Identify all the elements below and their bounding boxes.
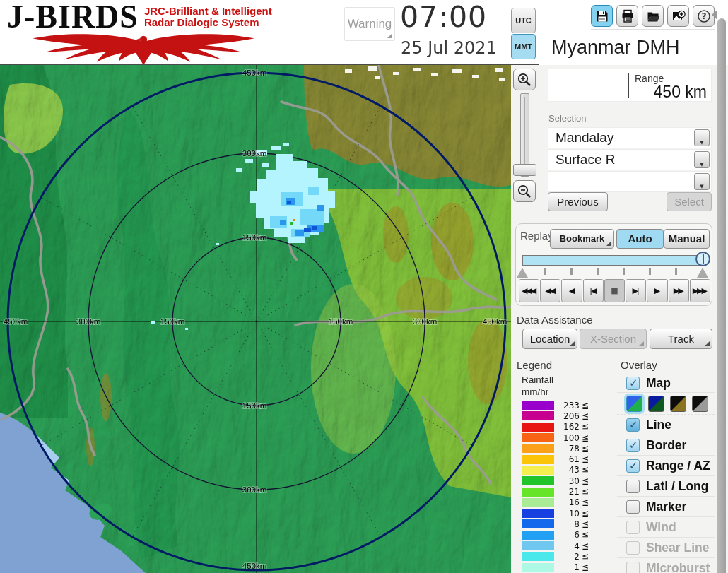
panel-collapse-arrow-icon[interactable] <box>712 10 717 20</box>
svg-text:300km: 300km <box>242 485 267 494</box>
bookmark-button[interactable]: Bookmark <box>550 229 614 249</box>
option-dropdown[interactable] <box>548 171 712 192</box>
legend-swatch <box>522 552 554 561</box>
fast-forward-button[interactable]: ▶▶ <box>669 279 689 302</box>
play-button[interactable]: ▶ <box>647 279 667 302</box>
location-button[interactable]: Location <box>522 329 577 349</box>
print-button[interactable] <box>616 5 638 27</box>
wind-checkbox-label: Wind <box>646 520 676 535</box>
clock-time: 07:00 <box>400 0 487 34</box>
zoom-slider-handle[interactable] <box>513 164 536 176</box>
timeline-tick <box>675 268 677 275</box>
microburst-checkbox <box>626 562 640 573</box>
overlay-row-marker: Marker <box>617 497 715 517</box>
rewind-button[interactable]: ◀ <box>561 279 582 302</box>
select-button[interactable]: Select <box>667 192 712 211</box>
line-checkbox[interactable] <box>626 418 640 432</box>
step-forward-button[interactable]: ▶| <box>626 279 646 302</box>
save-icon <box>595 9 609 23</box>
add-image-button[interactable] <box>667 5 689 27</box>
map-style-navy-darkgreen[interactable] <box>648 396 664 412</box>
zoom-in-button[interactable] <box>513 69 536 90</box>
auto-button[interactable]: Auto <box>616 229 664 249</box>
timeline-tick <box>570 268 573 275</box>
legend-row: 6≦ <box>522 530 606 540</box>
overlay-row-wind: Wind <box>617 517 715 538</box>
radar-map-viewport[interactable]: 450km 300km 150km 150km 300km 450km 450k… <box>0 65 511 573</box>
site-dropdown-button[interactable] <box>694 129 710 146</box>
replay-progress-track[interactable] <box>522 255 705 266</box>
replay-end-marker[interactable] <box>697 268 708 278</box>
previous-button[interactable]: Previous <box>548 192 608 211</box>
help-icon: ? <box>697 9 711 23</box>
svg-text:300km: 300km <box>413 317 438 326</box>
replay-start-marker[interactable] <box>517 268 528 278</box>
legend-row: 4≦ <box>522 540 606 551</box>
svg-text:?: ? <box>701 11 706 21</box>
utc-button[interactable]: UTC <box>511 8 536 33</box>
timezone-toggle: UTC MMT <box>511 8 536 59</box>
side-collapse-strip[interactable] <box>717 18 726 573</box>
logo-subtitle: JRC-Brilliant & Intelligent Radar Dialog… <box>144 6 272 28</box>
manual-button[interactable]: Manual <box>664 229 710 249</box>
header: J-BIRDS JRC-Brilliant & Intelligent Rada… <box>0 0 728 65</box>
shear-line-checkbox-label: Shear Line <box>646 540 709 555</box>
stop-button[interactable]: ■ <box>604 279 625 302</box>
rainfall-legend: 233≦ 206≦ 162≦ 100≦ 78≦ 61≦ 43≦ 30≦ 21≦ … <box>522 400 606 573</box>
legend-swatch <box>522 433 554 442</box>
jump-forward-button[interactable]: ▶▶▶ <box>690 279 710 302</box>
legend-label: Legend <box>517 359 552 371</box>
legend-swatch <box>522 488 554 497</box>
zoom-out-button[interactable] <box>513 180 536 202</box>
legend-swatch <box>522 466 554 475</box>
wind-checkbox <box>626 521 640 534</box>
add-image-icon <box>671 9 686 23</box>
product-dropdown-button[interactable] <box>694 151 710 168</box>
site-dropdown[interactable]: Mandalay <box>548 127 712 148</box>
range-az-checkbox[interactable] <box>626 459 640 473</box>
map-style-black-olive[interactable] <box>670 396 686 412</box>
border-checkbox-label[interactable]: Border <box>646 438 686 453</box>
map-style-blue-green[interactable] <box>626 396 642 412</box>
jump-backward-button[interactable]: ◀◀◀ <box>519 279 539 302</box>
map-style-black-gray[interactable] <box>692 396 708 412</box>
zoom-in-icon <box>517 72 532 88</box>
legend-row: 21≦ <box>522 486 606 497</box>
option-dropdown-button[interactable] <box>694 173 710 190</box>
marker-checkbox-label[interactable]: Marker <box>646 500 686 514</box>
overlay-row-border: Border <box>617 435 715 456</box>
open-folder-button[interactable] <box>642 5 664 27</box>
site-dropdown-value: Mandalay <box>556 130 613 145</box>
track-button[interactable]: Track <box>650 329 712 349</box>
legend-swatch <box>522 531 554 540</box>
legend-row: 10≦ <box>522 508 606 519</box>
warning-button[interactable]: Warning <box>344 7 395 41</box>
legend-row: 1≦ <box>522 562 606 572</box>
map-checkbox[interactable] <box>626 377 640 390</box>
fast-rewind-button[interactable]: ◀◀ <box>540 279 560 302</box>
range-az-checkbox-label[interactable]: Range / AZ <box>646 459 710 473</box>
save-button[interactable] <box>591 5 613 27</box>
legend-row: 43≦ <box>522 465 606 475</box>
map-checkbox-label[interactable]: Map <box>646 376 671 391</box>
replay-group: Replay Bookmark Auto Manual ◀◀◀ ◀◀ ◀ |◀ … <box>515 223 712 306</box>
range-card: Range 450 km <box>548 69 712 102</box>
replay-position-handle[interactable] <box>695 252 710 266</box>
legend-row: 8≦ <box>522 519 606 529</box>
marker-checkbox[interactable] <box>626 500 640 514</box>
timeline-tick <box>597 268 599 275</box>
lati-long-checkbox[interactable] <box>626 480 640 493</box>
line-checkbox-label[interactable]: Line <box>646 418 671 432</box>
legend-row: 61≦ <box>522 454 606 464</box>
border-checkbox[interactable] <box>626 439 640 452</box>
mmt-button[interactable]: MMT <box>511 34 536 59</box>
x-section-button[interactable]: X-Section <box>580 329 647 349</box>
zoom-out-icon <box>517 184 532 199</box>
product-dropdown[interactable]: Surface R <box>548 149 712 170</box>
control-panel: Range 450 km Selection Mandalay Surface … <box>511 65 728 573</box>
svg-text:450km: 450km <box>483 317 507 326</box>
lati-long-checkbox-label[interactable]: Lati / Long <box>646 479 708 494</box>
jbirds-app: J-BIRDS JRC-Brilliant & Intelligent Rada… <box>0 0 728 573</box>
step-back-button[interactable]: |◀ <box>583 279 604 302</box>
legend-row: 2≦ <box>522 551 606 562</box>
